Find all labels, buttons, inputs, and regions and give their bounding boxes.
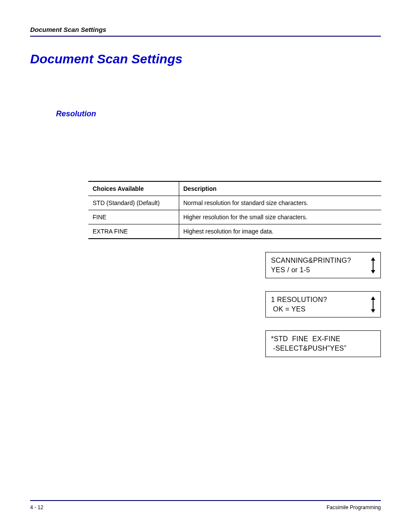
cell-choice: EXTRA FINE (88, 224, 179, 239)
table-header-row: Choices Available Description (88, 181, 381, 196)
lcd-text: SCANNING&PRINTING? YES / or 1-5 (271, 256, 351, 274)
cell-desc: Highest resolution for image data. (179, 224, 381, 239)
page-number: 4 - 12 (30, 504, 44, 510)
cell-desc: Normal resolution for standard size char… (179, 196, 381, 210)
cell-choice: FINE (88, 210, 179, 224)
col-header-choices: Choices Available (88, 181, 179, 196)
up-down-arrows-icon (370, 257, 376, 274)
arrow-down-icon (371, 270, 375, 274)
subheading-resolution: Resolution (56, 109, 381, 118)
lcd-display: SCANNING&PRINTING? YES / or 1-5 (265, 252, 381, 278)
table-row: STD (Standard) (Default) Normal resoluti… (88, 196, 381, 210)
table-row: FINE Higher resolution for the small siz… (88, 210, 381, 224)
col-header-description: Description (179, 181, 381, 196)
lcd-display-stack: SCANNING&PRINTING? YES / or 1-5 1 RESOLU… (30, 252, 381, 357)
resolution-table: Choices Available Description STD (Stand… (88, 181, 381, 239)
lcd-display: 1 RESOLUTION? OK = YES (265, 291, 381, 317)
page-footer: 4 - 12 Facsimile Programming (30, 500, 381, 510)
cell-choice: STD (Standard) (Default) (88, 196, 179, 210)
lcd-text: *STD FINE EX-FINE -SELECT&PUSH”YES” (271, 334, 346, 353)
lcd-display: *STD FINE EX-FINE -SELECT&PUSH”YES” (265, 330, 381, 357)
page-title: Document Scan Settings (30, 52, 381, 66)
up-down-arrows-icon (370, 296, 376, 313)
cell-desc: Higher resolution for the small size cha… (179, 210, 381, 224)
table-row: EXTRA FINE Highest resolution for image … (88, 224, 381, 239)
section-name: Facsimile Programming (327, 504, 381, 510)
lcd-text: 1 RESOLUTION? OK = YES (271, 295, 327, 314)
arrow-down-icon (371, 309, 375, 313)
running-header: Document Scan Settings (30, 26, 381, 37)
